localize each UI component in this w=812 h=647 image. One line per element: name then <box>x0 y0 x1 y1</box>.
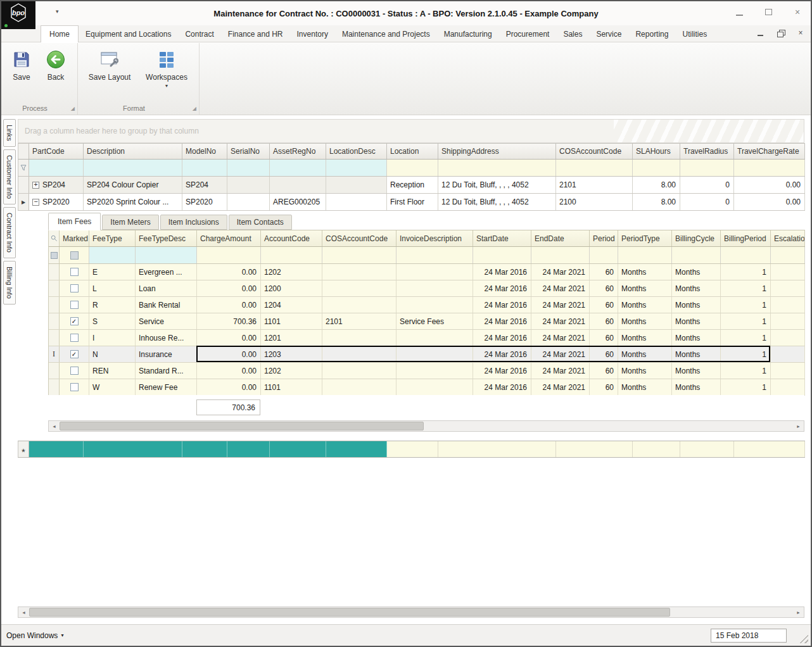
cell-escalation[interactable] <box>771 313 805 329</box>
filter-cell-travelchargerate[interactable] <box>734 160 805 176</box>
expand-icon[interactable]: + <box>32 182 39 189</box>
cell-escalation[interactable] <box>771 264 805 280</box>
row-indicator[interactable] <box>18 177 29 193</box>
filter-cell-chargeamount[interactable] <box>197 247 261 263</box>
save-button[interactable]: Save <box>5 49 38 82</box>
cell-invoicedescription[interactable] <box>396 330 473 346</box>
cell-feetype[interactable]: S <box>89 313 136 329</box>
cell-cosaccountcode[interactable] <box>322 297 396 313</box>
cell-period[interactable]: 60 <box>590 280 618 296</box>
scroll-left-button[interactable]: ◄ <box>49 421 60 431</box>
row-indicator[interactable] <box>49 379 60 395</box>
column-header-slahours[interactable]: SLAHours <box>633 144 680 159</box>
filter-cell-periodtype[interactable] <box>618 247 672 263</box>
column-header-shippingaddress[interactable]: ShippingAddress <box>438 144 556 159</box>
ribbon-tab-utilities[interactable]: Utilities <box>675 27 714 42</box>
column-header-marked[interactable]: Marked <box>60 230 89 246</box>
detail-tab-item-fees[interactable]: Item Fees <box>48 213 101 230</box>
detail-tab-item-inclusions[interactable]: Item Inclusions <box>160 215 227 230</box>
cell-billingcycle[interactable]: Months <box>672 363 721 379</box>
cell-accountcode[interactable]: 1200 <box>261 280 322 296</box>
cell-accountcode[interactable]: 1203 <box>261 346 322 362</box>
unchecked-checkbox[interactable] <box>70 334 79 342</box>
cell-enddate[interactable]: 24 Mar 2021 <box>531 363 590 379</box>
filter-cell-serialno[interactable] <box>227 160 270 176</box>
column-header-locationdesc[interactable]: LocationDesc <box>326 144 387 159</box>
filter-cell-feetypedesc[interactable] <box>136 247 197 263</box>
cell-billingperiod[interactable]: 1 <box>721 297 771 313</box>
fee-row-ren[interactable]: RENStandard R...0.00120224 Mar 201624 Ma… <box>49 363 805 379</box>
cell-enddate[interactable]: 24 Mar 2021 <box>531 379 590 395</box>
cell-shippingaddress[interactable]: 12 Du Toit, Bluff, , , , 4052 <box>438 194 556 210</box>
cell-period[interactable]: 60 <box>590 363 618 379</box>
new-row-cell-assetregno[interactable] <box>270 441 326 457</box>
cell-chargeamount[interactable]: 0.00 <box>197 280 261 296</box>
cell-enddate[interactable]: 24 Mar 2021 <box>531 264 590 280</box>
cell-startdate[interactable]: 24 Mar 2016 <box>473 297 531 313</box>
cell-startdate[interactable]: 24 Mar 2016 <box>473 346 531 362</box>
new-row-cell-travelchargerate[interactable] <box>734 441 805 457</box>
cell-accountcode[interactable]: 1202 <box>261 264 322 280</box>
cell-travelradius[interactable]: 0 <box>680 177 734 193</box>
cell-startdate[interactable]: 24 Mar 2016 <box>473 264 531 280</box>
filter-cell-description[interactable] <box>84 160 182 176</box>
column-header-chargeamount[interactable]: ChargeAmount <box>197 230 261 246</box>
fee-row-r[interactable]: RBank Rental0.00120424 Mar 201624 Mar 20… <box>49 297 805 313</box>
cell-billingcycle[interactable]: Months <box>672 330 721 346</box>
cell-modelno[interactable]: SP2020 <box>182 194 227 210</box>
mdi-minimize-button[interactable] <box>755 28 765 38</box>
row-indicator[interactable] <box>49 297 60 313</box>
row-indicator[interactable] <box>49 280 60 296</box>
cell-feetype[interactable]: E <box>89 264 136 280</box>
fee-row-i[interactable]: IInhouse Re...0.00120124 Mar 201624 Mar … <box>49 330 805 346</box>
cell-feetypedesc[interactable]: Renew Fee <box>136 379 197 395</box>
quick-access-dropdown-icon[interactable]: ▾ <box>56 8 59 15</box>
unchecked-checkbox[interactable] <box>70 301 79 309</box>
filter-cell-enddate[interactable] <box>531 247 590 263</box>
cell-invoicedescription[interactable] <box>396 363 473 379</box>
cell-cosaccountcode[interactable] <box>322 379 396 395</box>
filter-cell-shippingaddress[interactable] <box>438 160 556 176</box>
row-indicator[interactable]: I <box>49 346 60 362</box>
cell-billingcycle[interactable]: Months <box>672 280 721 296</box>
cell-accountcode[interactable]: 1101 <box>261 379 322 395</box>
cell-feetypedesc[interactable]: Bank Rental <box>136 297 197 313</box>
ribbon-tab-home[interactable]: Home <box>41 25 79 42</box>
cell-assetregno[interactable] <box>270 177 326 193</box>
column-header-serialno[interactable]: SerialNo <box>227 144 270 159</box>
filter-cell-marked[interactable] <box>60 247 89 263</box>
cell-startdate[interactable]: 24 Mar 2016 <box>473 313 531 329</box>
cell-period[interactable]: 60 <box>590 330 618 346</box>
column-header-partcode[interactable]: PartCode <box>29 144 84 159</box>
cell-invoicedescription[interactable] <box>396 346 473 362</box>
cell-cosaccountcode[interactable] <box>322 280 396 296</box>
equipment-row-sp204[interactable]: +SP204SP204 Colour CopierSP204Reception1… <box>18 177 805 194</box>
main-horizontal-scrollbar[interactable]: ◄ ► <box>18 606 804 618</box>
row-indicator[interactable] <box>49 264 60 280</box>
cell-chargeamount[interactable]: 0.00 <box>197 297 261 313</box>
filter-cell-cosaccountcode[interactable] <box>322 247 396 263</box>
cell-enddate[interactable]: 24 Mar 2021 <box>531 346 590 362</box>
cell-marked[interactable] <box>60 280 89 296</box>
column-header-enddate[interactable]: EndDate <box>531 230 590 246</box>
cell-invoicedescription[interactable] <box>396 280 473 296</box>
cell-period[interactable]: 60 <box>590 313 618 329</box>
row-indicator[interactable] <box>49 363 60 379</box>
fee-row-n[interactable]: I✓NInsurance0.00120324 Mar 201624 Mar 20… <box>49 346 805 363</box>
cell-period[interactable]: 60 <box>590 379 618 395</box>
cell-chargeamount[interactable]: 0.00 <box>197 346 261 362</box>
ribbon-tab-sales[interactable]: Sales <box>556 27 589 42</box>
cell-description[interactable]: SP204 Colour Copier <box>84 177 182 193</box>
cell-periodtype[interactable]: Months <box>618 363 672 379</box>
column-header-feetype[interactable]: FeeType <box>89 230 136 246</box>
new-row-cell-locationdesc[interactable] <box>326 441 387 457</box>
fee-row-l[interactable]: LLoan0.00120024 Mar 201624 Mar 202160Mon… <box>49 280 805 297</box>
dialog-launcher-icon[interactable]: ◢ <box>71 106 75 111</box>
cell-period[interactable]: 60 <box>590 264 618 280</box>
filter-cell-modelno[interactable] <box>182 160 227 176</box>
cell-feetypedesc[interactable]: Loan <box>136 280 197 296</box>
cell-billingperiod[interactable]: 1 <box>721 330 771 346</box>
cell-periodtype[interactable]: Months <box>618 379 672 395</box>
equipment-row-sp2020[interactable]: ▶−SP2020SP2020 Sprint Colour ...SP2020AR… <box>18 194 805 211</box>
column-header-billingperiod[interactable]: BillingPeriod <box>721 230 771 246</box>
